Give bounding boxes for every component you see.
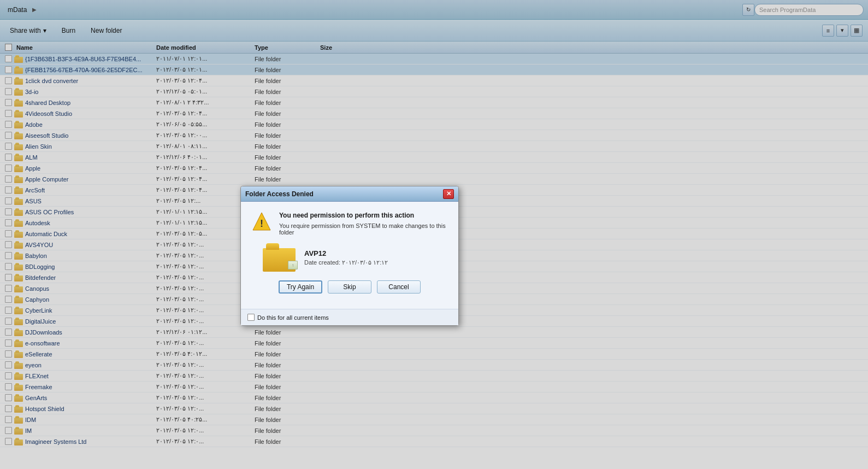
folder-info: AVP12 Date created: ۲۰۱۲/۰۳/۰۵ ۱۲:۱۲ <box>304 249 388 266</box>
skip-button[interactable]: Skip <box>328 280 371 294</box>
folder-info-date: Date created: ۲۰۱۲/۰۳/۰۵ ۱۲:۱۲ <box>304 259 388 266</box>
folder-date-label: Date created: <box>304 259 340 266</box>
cancel-button[interactable]: Cancel <box>377 280 421 294</box>
dialog-titlebar: Folder Access Denied ✕ <box>241 186 458 202</box>
folder-access-denied-dialog: Folder Access Denied ✕ ! You need permis… <box>240 186 459 326</box>
try-again-button[interactable]: Try Again <box>279 280 322 294</box>
dialog-folder-area: ↑ AVP12 Date created: ۲۰۱۲/۰۳/۰۵ ۱۲:۱۲ <box>252 243 447 272</box>
dialog-close-button[interactable]: ✕ <box>443 189 454 199</box>
dialog-overlay: Folder Access Denied ✕ ! You need permis… <box>0 0 868 469</box>
do-this-for-all-checkbox-area[interactable]: Do this for all current items <box>247 314 329 321</box>
folder-badge: ↑ <box>288 261 298 269</box>
svg-text:!: ! <box>260 218 263 229</box>
do-this-for-all-checkbox[interactable] <box>247 314 255 321</box>
folder-info-name: AVP12 <box>304 249 388 257</box>
warning-triangle-svg: ! <box>252 212 271 231</box>
do-this-for-all-label: Do this for all current items <box>257 314 329 321</box>
dialog-message-2: You require permission from SYSTEM to ma… <box>279 222 447 236</box>
folder-icon-large: ↑ <box>263 243 296 272</box>
dialog-message-1: You need permission to perform this acti… <box>279 212 447 219</box>
dialog-footer: Do this for all current items <box>241 309 458 325</box>
warning-icon: ! <box>252 212 271 231</box>
dialog-messages: You need permission to perform this acti… <box>279 212 447 236</box>
folder-date-value: ۲۰۱۲/۰۳/۰۵ ۱۲:۱۲ <box>342 259 388 266</box>
dialog-title: Folder Access Denied <box>245 190 443 198</box>
dialog-header-row: ! You need permission to perform this ac… <box>252 212 447 236</box>
dialog-body: ! You need permission to perform this ac… <box>241 202 458 309</box>
dialog-buttons: Try Again Skip Cancel <box>252 280 447 294</box>
